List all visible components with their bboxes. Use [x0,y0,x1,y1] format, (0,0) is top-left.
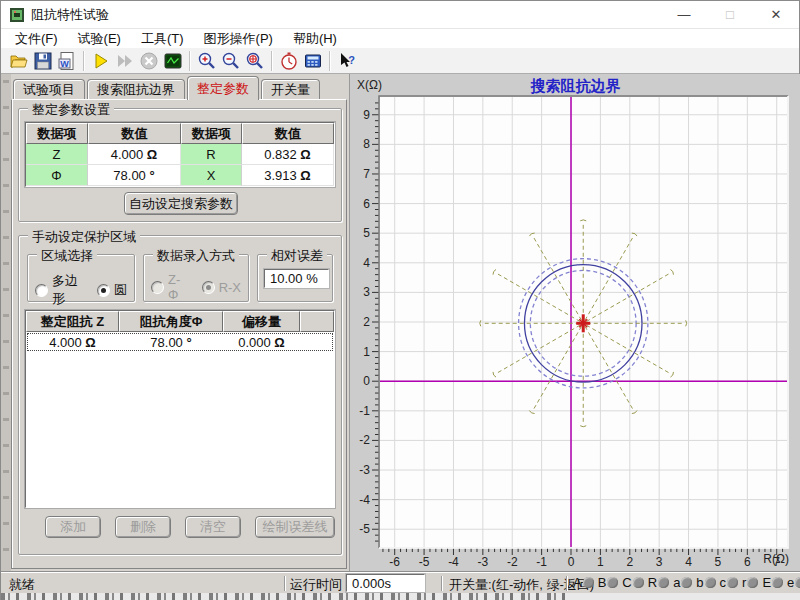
param-cell-1-1[interactable]: 78.00 ° [88,165,181,186]
switch-indicator-c: c [720,575,739,590]
app-icon [9,7,25,23]
tab-1[interactable]: 搜索阻抗边界 [87,79,185,100]
impedance-table-header-1: 阻抗角度Φ [119,311,223,332]
zoom-out-icon[interactable] [219,50,243,72]
impedance-cell-0-0[interactable]: 4.000 Ω [26,332,119,352]
menu-item-1[interactable]: 试验(E) [68,29,131,48]
auto-set-search-button[interactable]: 自动设定搜索参数 [124,192,238,215]
switch-dot-B [607,577,618,588]
relative-error-group: 相对误差 10.00 % [257,254,333,302]
chart-y-axis-label: X(Ω) [357,78,382,92]
add-button[interactable]: 添加 [45,516,101,538]
svg-text:-6: -6 [389,555,400,569]
tab-strip: 试验项目搜索阻抗边界整定参数开关量 [13,77,322,100]
switch-dot-E [772,577,783,588]
impedance-cell-0-3[interactable] [300,332,334,352]
export-word-icon[interactable]: W [55,50,79,72]
minimize-button[interactable]: — [661,1,707,28]
param-cell-0-1[interactable]: 4.000 Ω [88,144,181,165]
tab-2[interactable]: 整定参数 [187,76,259,100]
zone-select-radio-0[interactable] [35,284,48,297]
status-bar: 就绪 运行时间 0.000s 开关量:(红-动作, 绿-返回) ABCRabcr… [1,572,800,594]
switch-indicator-C: C [622,575,643,590]
maximize-button[interactable]: □ [707,1,753,28]
svg-text:3: 3 [363,285,370,299]
svg-text:1: 1 [597,555,604,569]
switch-indicator-A: A [573,575,594,590]
zone-select-group: 区域选择 多边形圆 [27,254,135,302]
param-table-header-3: 数值 [242,123,334,144]
tab-page-setting-params: 整定参数设置 数据项数值数据项数值Z4.000 ΩR0.832 ΩΦ78.00 … [11,99,347,569]
param-cell-1-3[interactable]: 3.913 Ω [242,165,334,186]
svg-text:-4: -4 [448,555,459,569]
switch-indicator-B: B [598,575,619,590]
run-icon[interactable] [89,50,113,72]
svg-text:8: 8 [363,137,370,151]
left-panel: 试验项目搜索阻抗边界整定参数开关量 整定参数设置 数据项数值数据项数值Z4.00… [11,74,349,572]
svg-text:-5: -5 [419,555,430,569]
delete-button[interactable]: 删除 [115,516,171,538]
open-icon[interactable] [7,50,31,72]
runtime-label: 运行时间 [290,576,342,594]
data-entry-group: 数据录入方式 Z-ΦR-X [143,254,249,302]
svg-text:-1: -1 [359,404,370,418]
switch-indicator-E: E [762,575,783,590]
display-icon[interactable] [161,50,185,72]
impedance-table-row-0[interactable]: 4.000 Ω78.00 °0.000 Ω [26,332,334,352]
impedance-cell-0-1[interactable]: 78.00 ° [119,332,223,352]
context-help-icon[interactable]: ? [335,50,359,72]
setting-params-group-title: 整定参数设置 [28,101,114,119]
draw-error-line-button[interactable]: 绘制误差线 [255,516,335,538]
zoom-in-icon[interactable] [195,50,219,72]
toolbar-separator [189,51,191,71]
impedance-cell-0-2[interactable]: 0.000 Ω [223,332,300,352]
impedance-table: 整定阻抗 Z阻抗角度Φ偏移量4.000 Ω78.00 °0.000 Ω [25,310,335,508]
svg-text:2: 2 [363,315,370,329]
impedance-table-header-3 [300,311,334,332]
switch-indicator-R: R [648,575,669,590]
status-ready-text: 就绪 [9,576,35,594]
switch-indicator-e: e [787,575,800,590]
param-table-header-1: 数值 [88,123,181,144]
zone-select-option-1[interactable]: 圆 [97,281,127,299]
impedance-table-header-0: 整定阻抗 Z [26,311,119,332]
data-entry-radios: Z-ΦR-X [151,272,248,302]
switch-dot-r [747,577,758,588]
param-cell-1-2: X [181,165,242,186]
calculator-icon[interactable] [301,50,325,72]
zone-select-radio-1[interactable] [97,284,110,297]
switch-dot-e [795,577,800,588]
menu-item-3[interactable]: 图形操作(P) [194,29,283,48]
stop-icon[interactable] [137,50,161,72]
tab-0[interactable]: 试验项目 [13,79,85,100]
relative-error-input[interactable]: 10.00 % [264,269,329,288]
title-bar: 阻抗特性试验 — □ ✕ [1,1,799,29]
switch-indicator-a: a [673,575,692,590]
menu-item-4[interactable]: 帮助(H) [283,29,347,48]
close-button[interactable]: ✕ [753,1,799,28]
menu-item-2[interactable]: 工具(T) [131,29,194,48]
menu-item-0[interactable]: 文件(F) [5,29,68,48]
chart-title: 搜索阻抗边界 [350,77,800,96]
zoom-reset-icon[interactable] [243,50,267,72]
fast-forward-icon[interactable] [113,50,137,72]
save-icon[interactable] [31,50,55,72]
zone-select-option-0[interactable]: 多边形 [35,272,86,308]
clear-button[interactable]: 清空 [185,516,241,538]
main-area: 试验项目搜索阻抗边界整定参数开关量 整定参数设置 数据项数值数据项数值Z4.00… [1,74,800,572]
toolbar-separator [329,51,331,71]
chart-x-axis-label: R(Ω) [763,552,789,566]
tab-3[interactable]: 开关量 [261,79,320,100]
zone-select-label-1: 圆 [114,281,127,299]
svg-text:0: 0 [568,555,575,569]
impedance-chart-panel[interactable]: -6-5-4-3-2-101234567-5-4-3-2-10123456789… [349,74,800,572]
menu-bar: 文件(F)试验(E)工具(T)图形操作(P)帮助(H) [1,29,799,48]
runtime-value: 0.000s [346,574,425,592]
data-entry-radio-0 [151,281,164,294]
data-entry-label-1: R-X [219,280,241,295]
switch-dot-C [633,577,644,588]
svg-text:?: ? [348,54,355,66]
timer-icon[interactable] [277,50,301,72]
param-table-row-0: Z4.000 ΩR0.832 Ω [26,144,334,165]
param-cell-0-3[interactable]: 0.832 Ω [242,144,334,165]
